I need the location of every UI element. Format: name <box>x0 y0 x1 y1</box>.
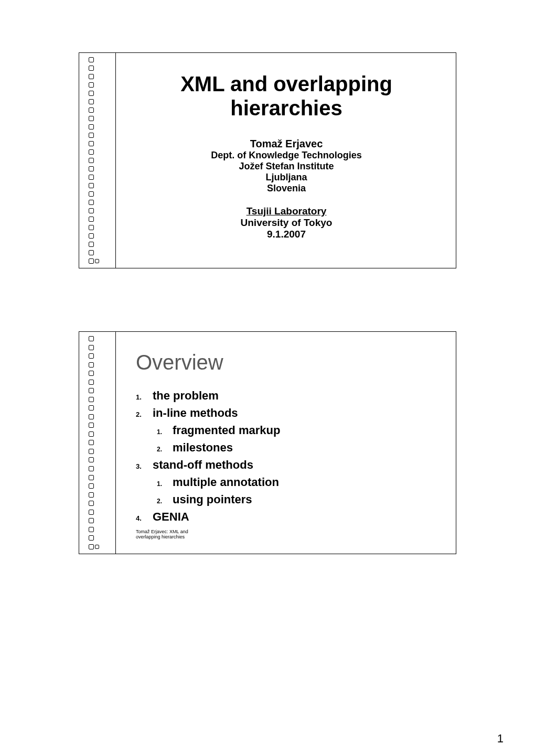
side-strip <box>79 53 116 268</box>
list-item: 3.stand-off methods <box>136 458 441 472</box>
list-item-text: the problem <box>153 389 219 403</box>
footer-line-1: Tomaž Erjavec: XML and <box>136 529 188 534</box>
list-item: 1.the problem <box>136 389 441 403</box>
author-name: Tomaž Erjavec <box>132 138 441 150</box>
slide-1-title: XML and overlapping hierarchies <box>132 72 441 120</box>
slide-footer: Tomaž Erjavec: XML and overlapping hiera… <box>136 530 441 540</box>
dept-line: Dept. of Knowledge Technologies <box>132 150 441 161</box>
footer-line-2: overlapping hierarchies <box>136 534 185 539</box>
list-item: 1.fragmented markup <box>157 424 441 438</box>
slide-2-content: Overview 1.the problem2.in-line methods1… <box>116 332 456 554</box>
slide-1: XML and overlapping hierarchies Tomaž Er… <box>79 52 456 268</box>
country-line: Slovenia <box>132 183 441 194</box>
date-text: 9.1.2007 <box>132 229 441 240</box>
lab-name: Tsujii Laboratory <box>132 206 441 217</box>
lab-block: Tsujii Laboratory University of Tokyo 9.… <box>132 206 441 240</box>
page-number: 1 <box>497 732 504 746</box>
list-item-text: in-line methods <box>153 406 238 420</box>
university-name: University of Tokyo <box>132 217 441 229</box>
list-item: 4.GENIA <box>136 510 441 524</box>
list-item: 2.in-line methods <box>136 406 441 420</box>
slide-1-content: XML and overlapping hierarchies Tomaž Er… <box>116 53 456 268</box>
list-item-number: 1. <box>157 478 169 490</box>
list-item-text: multiple annotation <box>173 476 279 489</box>
slide-2-title: Overview <box>136 351 441 374</box>
list-item-text: stand-off methods <box>153 458 253 472</box>
list-item-number: 2. <box>157 444 169 455</box>
list-item-number: 4. <box>136 513 149 524</box>
list-item-text: fragmented markup <box>173 424 280 437</box>
list-item-number: 1. <box>136 392 149 403</box>
slide-2: Overview 1.the problem2.in-line methods1… <box>79 331 456 554</box>
title-line-2: hierarchies <box>230 96 342 120</box>
list-item: 2.milestones <box>157 441 441 455</box>
list-item-text: using pointers <box>173 493 252 506</box>
side-strip <box>79 332 116 554</box>
institute-line: Jožef Stefan Institute <box>132 161 441 172</box>
list-item: 1.multiple annotation <box>157 476 441 490</box>
author-block: Tomaž Erjavec Dept. of Knowledge Technol… <box>132 138 441 194</box>
list-item-number: 2. <box>157 495 169 507</box>
city-line: Ljubljana <box>132 172 441 183</box>
list-item-number: 3. <box>136 461 149 472</box>
title-line-1: XML and overlapping <box>180 72 392 95</box>
overview-list: 1.the problem2.in-line methods1.fragment… <box>136 389 441 524</box>
list-item-text: milestones <box>173 441 233 455</box>
list-item-number: 1. <box>157 426 169 438</box>
list-item-text: GENIA <box>153 510 189 524</box>
list-item: 2.using pointers <box>157 493 441 507</box>
list-item-number: 2. <box>136 409 149 420</box>
